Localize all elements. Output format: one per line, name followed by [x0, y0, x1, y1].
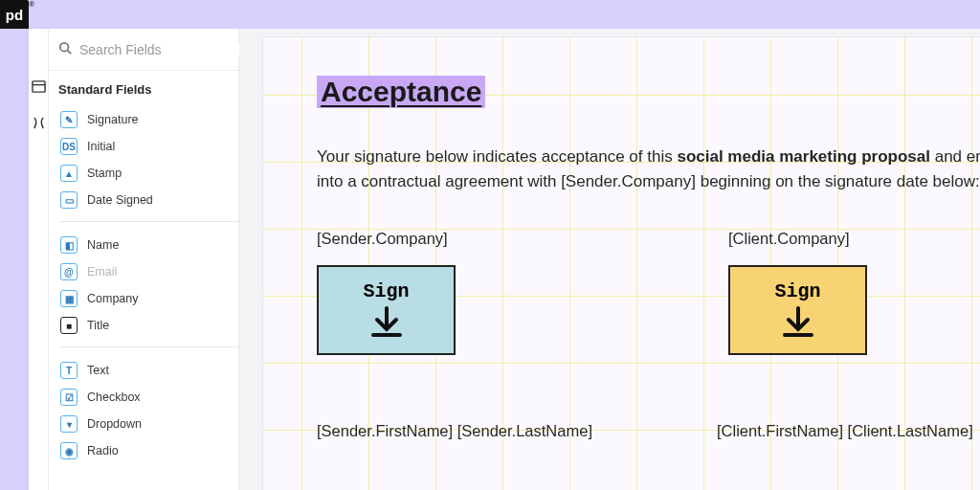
section-heading[interactable]: Acceptance	[317, 76, 485, 108]
trademark: ®	[29, 0, 34, 9]
stamp-icon: ▲	[60, 165, 78, 182]
text-bold: social media marketing proposal	[677, 147, 930, 166]
svg-rect-0	[32, 80, 44, 91]
field-label: Dropdown	[87, 417, 142, 431]
radio-icon: ◉	[60, 442, 78, 459]
sender-sign-field[interactable]: Sign	[317, 265, 456, 355]
field-label: Stamp	[87, 167, 122, 180]
sign-label: Sign	[774, 280, 820, 302]
sign-label: Sign	[363, 280, 409, 302]
initial-icon: DS	[60, 138, 78, 155]
client-company-token[interactable]: [Client.Company]	[728, 230, 939, 248]
field-label: Email	[87, 265, 117, 278]
checkbox-icon: ☑	[60, 389, 78, 406]
sender-name-token[interactable]: [Sender.FirstName] [Sender.LastName]	[317, 422, 592, 440]
acceptance-text[interactable]: Your signature below indicates acceptanc…	[317, 145, 980, 195]
email-icon: @	[60, 263, 78, 280]
document-canvas[interactable]: Acceptance Your signature below indicate…	[239, 29, 980, 490]
app-frame: ✕ Standard Fields ✎SignatureDSInitial▲St…	[29, 29, 980, 490]
svg-line-3	[68, 50, 72, 54]
download-arrow-icon	[779, 306, 817, 339]
document-page[interactable]: Acceptance Your signature below indicate…	[262, 36, 980, 490]
divider	[60, 346, 269, 347]
dropdown-icon: ▾	[60, 415, 78, 433]
name-icon: ◧	[60, 236, 78, 254]
date-signed-icon: ▭	[60, 191, 78, 209]
field-label: Initial	[87, 140, 115, 153]
signature-row: [Sender.Company] Sign [Client.Company] S…	[317, 230, 980, 355]
field-label: Checkbox	[87, 390, 141, 404]
title-icon: ■	[60, 317, 78, 334]
name-row: [Sender.FirstName] [Sender.LastName] [Cl…	[317, 422, 980, 440]
field-label: Title	[87, 319, 109, 332]
client-name-token[interactable]: [Client.FirstName] [Client.LastName]	[717, 422, 973, 440]
svg-point-2	[60, 42, 69, 51]
field-label: Radio	[87, 444, 119, 457]
search-icon	[58, 41, 72, 58]
sidebar-rail	[29, 29, 49, 490]
sidebar: ✕ Standard Fields ✎SignatureDSInitial▲St…	[29, 29, 239, 490]
field-label: Signature	[87, 113, 139, 126]
field-label: Date Signed	[87, 193, 153, 207]
text-span: Your signature below indicates acceptanc…	[317, 147, 677, 166]
client-sign-field[interactable]: Sign	[728, 265, 867, 355]
company-icon: ▦	[60, 290, 78, 307]
signature-icon: ✎	[60, 111, 78, 128]
variables-tab-icon[interactable]	[29, 113, 48, 132]
client-signature-block: [Client.Company] Sign	[728, 230, 939, 355]
download-arrow-icon	[368, 306, 406, 339]
sender-company-token[interactable]: [Sender.Company]	[317, 230, 527, 248]
brand-logo: pd	[0, 0, 29, 29]
field-label: Company	[87, 292, 139, 305]
search-input[interactable]	[79, 42, 247, 57]
sender-signature-block: [Sender.Company] Sign	[317, 230, 527, 355]
content-tab-icon[interactable]	[29, 77, 48, 96]
text-icon: T	[60, 362, 78, 379]
field-label: Name	[87, 238, 119, 252]
field-label: Text	[87, 364, 109, 377]
divider	[60, 221, 269, 222]
